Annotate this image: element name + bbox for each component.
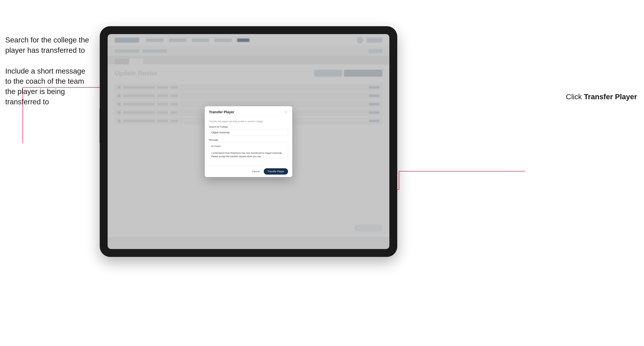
annotation-search-text: Search for the college the player has tr… [5,36,89,54]
message-textarea[interactable]: Hi Coach, I understand Chris Robertson h… [209,142,288,158]
modal-close-button[interactable]: × [284,110,288,114]
transfer-player-modal: Transfer Player × Transfer the player an… [205,106,292,177]
annotation-click-prefix: Click [566,93,584,101]
tablet-screen: Update Roster [108,34,390,249]
search-college-group: Search for College [209,126,288,136]
message-group: Message Hi Coach, I understand Chris Rob… [209,139,288,159]
annotation-message-text: Include a short message to the coach of … [5,67,86,106]
modal-header: Transfer Player × [205,106,292,117]
modal-body: Transfer the player and their profile to… [205,117,292,166]
modal-subtitle: Transfer the player and their profile to… [209,120,288,123]
annotation-transfer-label: Transfer Player [584,93,637,101]
annotation-right: Click Transfer Player [566,93,637,101]
tablet-frame: Update Roster [100,26,397,257]
modal-title: Transfer Player [209,110,234,114]
modal-footer: Cancel Transfer Player [205,166,292,177]
cancel-button[interactable]: Cancel [250,169,262,174]
modal-overlay: Transfer Player × Transfer the player an… [108,34,390,249]
annotation-left: Search for the college the player has tr… [5,35,93,107]
message-label: Message [209,139,288,141]
transfer-player-button[interactable]: Transfer Player [264,168,288,174]
search-college-label: Search for College [209,126,288,128]
search-college-input[interactable] [209,129,288,136]
